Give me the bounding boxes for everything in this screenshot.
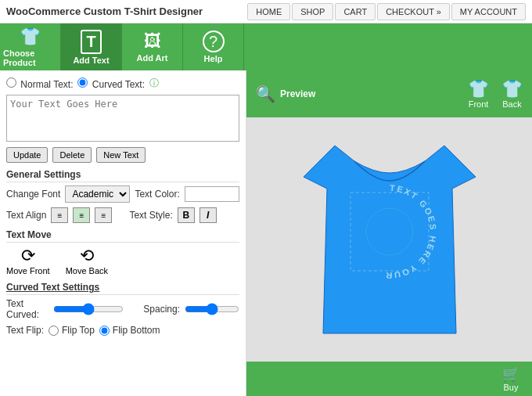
curved-text-radio[interactable] (77, 77, 88, 88)
tshirt-container: TEXT GOES HERE YOUR (280, 122, 499, 357)
back-shirt-icon: 👕 (501, 79, 523, 99)
text-icon: T (81, 30, 101, 54)
preview-bar: 🔍 Preview 👕 Front 👕 Back (246, 70, 532, 117)
front-label: Front (469, 99, 489, 109)
text-input[interactable] (6, 95, 239, 142)
text-color-label: Text Color: (135, 189, 179, 200)
move-back-label: Move Back (66, 266, 108, 275)
tool-choose-product[interactable]: 👕 Choose Product (0, 23, 61, 70)
align-style-row: Text Align ≡ ≡ ≡ Text Style: B I (6, 207, 239, 223)
move-back-icon: ⟲ (80, 246, 94, 266)
left-panel: Normal Text: Curved Text: ⓘ Update Delet… (0, 70, 246, 396)
buy-label: Buy (504, 383, 519, 392)
move-front-item[interactable]: ⟳ Move Front (6, 246, 50, 275)
text-type-row: Normal Text: Curved Text: ⓘ (6, 77, 239, 90)
cart-icon: 🛒 (502, 365, 519, 383)
change-font-label: Change Font (6, 189, 60, 200)
text-move-title: Text Move (6, 229, 239, 243)
nav-home[interactable]: HOME (247, 3, 290, 20)
buy-bar: 🛒 Buy (246, 362, 532, 396)
main-layout: Normal Text: Curved Text: ⓘ Update Delet… (0, 70, 532, 396)
curved-info-icon: ⓘ (149, 77, 159, 90)
toolbar: 👕 Choose Product T Add Text 🖼 Add Art ? … (0, 23, 532, 70)
align-left-button[interactable]: ≡ (51, 207, 68, 223)
tool-add-text[interactable]: T Add Text (61, 23, 122, 70)
text-curved-label: Text Curved: (6, 298, 49, 320)
art-icon: 🖼 (144, 31, 161, 52)
front-view-button[interactable]: 👕 Front (468, 79, 489, 109)
preview-left: 🔍 Preview (256, 85, 315, 103)
tool-help[interactable]: ? Help (183, 23, 244, 70)
update-button[interactable]: Update (6, 147, 48, 163)
flip-bottom-label: Flip Bottom (99, 325, 160, 336)
preview-right: 👕 Front 👕 Back (468, 79, 523, 109)
help-icon: ? (203, 31, 225, 52)
align-center-button[interactable]: ≡ (73, 207, 90, 223)
move-back-item[interactable]: ⟲ Move Back (66, 246, 108, 275)
spacing-label: Spacing: (143, 304, 180, 315)
new-text-button[interactable]: New Text (96, 147, 146, 163)
spacing-slider[interactable] (185, 303, 239, 315)
normal-text-radio[interactable] (6, 77, 16, 88)
text-flip-label: Text Flip: (6, 325, 44, 336)
move-front-icon: ⟳ (21, 246, 35, 266)
curved-text-settings-title: Curved Text Settings (6, 282, 239, 295)
back-view-button[interactable]: 👕 Back (501, 79, 523, 109)
tool-add-art[interactable]: 🖼 Add Art (122, 23, 183, 70)
tshirt-svg: TEXT GOES HERE YOUR (280, 122, 499, 357)
text-align-label: Text Align (6, 210, 46, 221)
italic-button[interactable]: I (200, 207, 217, 223)
font-select[interactable]: Academic (65, 185, 130, 203)
normal-text-label: Normal Text: (6, 77, 73, 90)
front-shirt-icon: 👕 (468, 79, 489, 99)
text-curved-slider[interactable] (53, 303, 124, 315)
shirt-icon: 👕 (20, 27, 41, 47)
back-label: Back (502, 99, 521, 109)
nav-checkout[interactable]: CHECKOUT » (377, 3, 450, 20)
nav-shop[interactable]: SHOP (292, 3, 333, 20)
curved-text-label: Curved Text: (77, 77, 145, 90)
curved-sliders-row: Text Curved: Spacing: (6, 298, 239, 320)
flip-bottom-radio[interactable] (99, 326, 110, 336)
nav-cart[interactable]: CART (335, 3, 376, 20)
general-settings-title: General Settings (6, 169, 239, 182)
text-flip-row: Text Flip: Flip Top Flip Bottom (6, 325, 239, 336)
right-panel: 🔍 Preview 👕 Front 👕 Back (246, 70, 532, 396)
nav-myaccount[interactable]: MY ACCOUNT (451, 3, 526, 20)
text-action-buttons: Update Delete New Text (6, 147, 239, 163)
preview-label: Preview (280, 88, 315, 99)
delete-button[interactable]: Delete (52, 147, 92, 163)
text-color-input[interactable]: 4AFFFF (185, 186, 239, 202)
text-move-row: ⟳ Move Front ⟲ Move Back (6, 246, 239, 275)
flip-top-label: Flip Top (49, 325, 95, 336)
flip-top-radio[interactable] (49, 326, 59, 336)
bold-button[interactable]: B (178, 207, 195, 223)
move-front-label: Move Front (6, 266, 50, 275)
font-row: Change Font Academic Text Color: 4AFFFF (6, 185, 239, 203)
align-right-button[interactable]: ≡ (95, 207, 112, 223)
tshirt-area: TEXT GOES HERE YOUR (246, 117, 532, 362)
text-style-label: Text Style: (129, 210, 172, 221)
site-title: WooCommerce Custom T-Shirt Designer (6, 5, 246, 17)
preview-icon: 🔍 (256, 85, 275, 103)
top-nav: WooCommerce Custom T-Shirt Designer HOME… (0, 0, 532, 23)
nav-buttons: HOME SHOP CART CHECKOUT » MY ACCOUNT (246, 3, 526, 20)
buy-button[interactable]: 🛒 Buy (502, 365, 519, 392)
